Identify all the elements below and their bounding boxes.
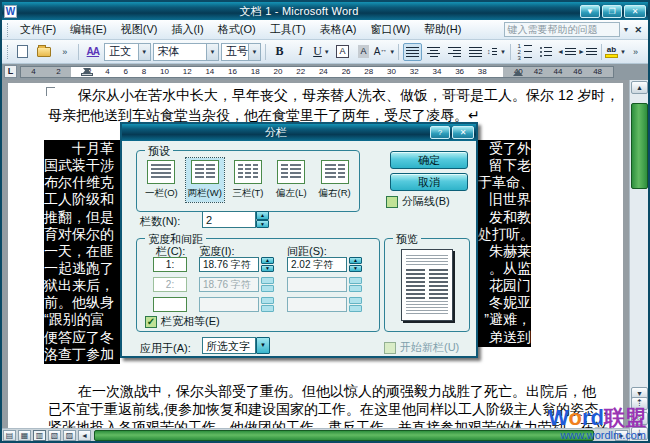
chevron-down-icon[interactable]: ▼ [206,44,218,60]
scroll-up-button[interactable]: ▲ [631,81,648,94]
character-scale-icon: A [374,46,388,57]
cancel-button[interactable]: 取消 [390,173,468,191]
character-scale-button[interactable]: A▼ [375,43,394,61]
apply-to-label: 应用于(A): [140,341,191,356]
bold-button[interactable]: B [270,43,289,61]
menu-tools[interactable]: 工具(T) [263,20,313,39]
underline-button[interactable]: U▼ [312,43,331,61]
preview-bottom-lines [406,301,448,315]
preset-three-columns[interactable]: 三栏(T) [229,158,267,202]
column-1-width-spinner[interactable]: ▲▼ [261,257,274,272]
help-question-input[interactable]: 键入需要帮助的问题 [504,22,620,37]
equal-width-checkbox-row: ✓ 栏宽相等(E) [145,314,220,329]
bullet-list-button[interactable] [536,43,555,61]
web-layout-view-button[interactable]: ▦ [18,430,31,441]
spin-down-icon: ▼ [256,220,269,229]
font-size-combo[interactable]: 五号▼ [221,43,261,61]
highlight-button[interactable]: ab▼ [606,43,625,61]
menu-view[interactable]: 视图(V) [114,20,165,39]
numbered-list-button[interactable]: 1 2 3 [515,43,534,61]
vertical-scroll-thumb[interactable] [631,103,648,189]
preview-column [429,269,448,299]
paragraph-line[interactable]: 保尔从小在苦水中长大，早年丧父，母亲替人洗衣、做饭，哥哥是工人。保尔 12 岁时… [78,87,619,104]
menu-edit[interactable]: 编辑(E) [63,20,114,39]
style-combo[interactable]: 正文▼ [104,43,150,61]
vertical-scrollbar[interactable]: ▲ ▼ ⇡ ○ ⇣ [629,80,648,441]
menu-help[interactable]: 帮助(H) [417,20,468,39]
dialog-close-button[interactable]: ✕ [452,126,474,139]
word-window: W 文档 1 - Microsoft Word ▼ ❐ ✕ 文件(F) 编辑(E… [0,0,650,443]
toolbar-overflow-button[interactable]: » [626,43,645,61]
menu-window[interactable]: 窗口(W) [363,20,417,39]
italic-button[interactable]: I [291,43,310,61]
paragraph-line[interactable]: 在一次激战中，保尔头部受了重伤。但他以惊人的顽强毅力战胜了死亡。出院后，他 [78,383,596,400]
menu-format[interactable]: 格式(O) [211,20,263,39]
help-dropdown-icon[interactable]: ▼ [620,26,633,33]
preview-page [401,249,453,321]
selected-text-left-column[interactable]: 十月革 国武装干涉 布尔什维克 工人阶级和 推翻，但是 育对保尔的 一天，在匪 … [44,140,120,364]
hanging-indent-marker[interactable] [83,64,91,73]
chevron-down-icon[interactable]: ▼ [138,44,150,60]
left-indent-marker[interactable] [81,73,93,76]
right-indent-marker[interactable] [513,65,523,76]
lines-icon [492,48,498,55]
preset-one-column[interactable]: 一栏(O) [142,158,180,202]
menu-table[interactable]: 表格(A) [313,20,364,39]
decrease-indent-button[interactable]: ◄ [557,43,576,61]
chevron-down-icon: ▼ [500,49,506,55]
open-button[interactable] [34,43,53,61]
print-layout-view-button[interactable]: ▥ [33,430,46,441]
align-right-button[interactable] [445,43,464,61]
separator-line-checkbox[interactable] [386,196,398,208]
toolbar-separator [510,44,511,60]
horizontal-ruler[interactable]: 42 2468101214161820222426283032343638 40… [20,66,614,78]
numbered-list-icon: 1 2 3 [518,44,532,60]
font-combo[interactable]: 宋体▼ [153,43,219,61]
styles-and-formatting-button[interactable]: AA [83,43,102,61]
center-button[interactable] [424,43,443,61]
ok-button[interactable]: 确定 [390,151,468,169]
selected-text-right-column[interactable]: 受了外 留下老 于革命、 旧世界 发和教 处打听。 朱赫莱 。从监 花园门 冬妮… [478,140,531,347]
character-shading-button[interactable]: A [354,43,373,61]
normal-view-button[interactable]: ▤ [3,430,16,441]
preset-two-columns[interactable]: 两栏(W) [186,158,224,202]
right-arrow-icon: ► [578,48,585,55]
distribute-button[interactable] [466,43,485,61]
character-border-button[interactable]: A [333,43,352,61]
paragraph-line[interactable]: 已不宜于重返前线,便参加恢复和建设国家的工作。在这里他同样以工人阶级主人翁的姿态… [48,401,612,418]
reading-view-button[interactable]: ▨ [63,430,76,441]
tab-selector[interactable]: L [4,65,17,78]
restore-button[interactable]: ❐ [602,5,622,18]
columns-count-spinner[interactable]: ▲▼ [256,211,269,228]
highlight-icon: ab [605,46,618,58]
watermark-brand: Word联盟 [548,407,646,429]
column-1-spacing-spinner[interactable]: ▲▼ [349,257,362,272]
justify-button[interactable] [403,43,422,61]
toolbar-options-button[interactable]: » [55,43,74,61]
new-document-button[interactable] [13,43,32,61]
chevron-down-icon[interactable]: ▼ [248,44,260,60]
apply-to-dropdown[interactable]: 所选文字 [202,337,256,354]
outline-view-button[interactable]: ▧ [48,430,61,441]
dialog-help-button[interactable]: ? [430,126,450,139]
increase-indent-button[interactable]: ► [578,43,597,61]
close-button[interactable]: ✕ [624,5,646,18]
scroll-left-button[interactable]: ◄ [78,430,91,441]
column-1-spacing-field[interactable]: 2.02 字符 [287,257,347,272]
columns-count-field[interactable]: 2 [202,211,256,228]
equal-width-checkbox[interactable]: ✓ [145,316,157,328]
dialog-title-bar[interactable]: 分栏 ? ✕ [122,124,476,141]
preset-left[interactable]: 偏左(L) [272,158,310,202]
menu-file[interactable]: 文件(F) [13,20,63,39]
menubar-close-icon[interactable]: ✕ [632,25,646,35]
minimize-button[interactable]: ▼ [580,5,600,18]
line-spacing-button[interactable]: ↕▼ [487,43,506,61]
column-1-width-field[interactable]: 18.76 字符 [199,257,259,272]
paragraph-line[interactable]: 紧张地投入各项艰苦的工作。他做团的工作、肃反工作，并直接参加艰苦的体力劳动。在兴 [48,419,608,428]
ruler-left-margin: 42 [21,67,71,77]
preset-right[interactable]: 偏右(R) [316,158,354,202]
ruler-row: L 42 2468101214161820222426283032343638 … [2,64,648,80]
menu-insert[interactable]: 插入(I) [164,20,210,39]
apply-to-dropdown-arrow[interactable]: ▼ [256,337,270,354]
horizontal-scroll-thumb[interactable] [94,430,594,441]
